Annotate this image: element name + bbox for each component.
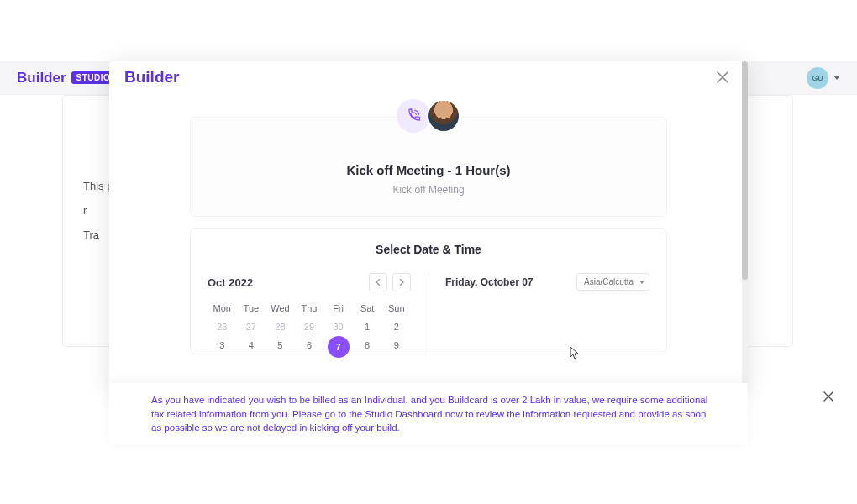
calendar-panel: Oct 2022 MonTueWedThuFriSatSun26272829 — [191, 273, 428, 354]
chevron-down-icon — [639, 281, 644, 284]
contact-avatar — [427, 99, 460, 133]
timezone-select[interactable]: Asia/Calcutta — [576, 273, 649, 291]
calendar-day[interactable]: 1 — [353, 322, 382, 332]
calendar-day[interactable]: 9 — [381, 340, 411, 354]
calendar-day[interactable]: 4 — [237, 340, 266, 354]
calendar-day: 29 — [295, 322, 324, 332]
meeting-subtitle: Kick off Meeting — [208, 184, 649, 196]
timezone-value: Asia/Calcutta — [584, 277, 634, 286]
scrollbar-track[interactable] — [742, 61, 748, 389]
close-icon[interactable] — [712, 67, 733, 87]
month-label: Oct 2022 — [208, 276, 253, 289]
calendar-day[interactable]: 8 — [353, 340, 382, 354]
schedule-modal: Builder Kick off Meeting - 1 — [109, 61, 748, 389]
calendar-day-selected[interactable]: 7 — [328, 336, 350, 358]
chevron-down-icon — [833, 76, 840, 80]
datetime-card: Select Date & Time Oct 2022 — [190, 228, 667, 354]
avatar: GU — [807, 67, 828, 89]
calendar-day[interactable]: 5 — [266, 340, 295, 354]
brand-logo: Builder STUDIO — [17, 70, 115, 87]
time-panel: Friday, October 07 Asia/Calcutta — [428, 273, 666, 354]
close-icon[interactable] — [820, 388, 837, 405]
calendar-day[interactable]: 2 — [381, 322, 411, 332]
weekday-header: Sun — [381, 303, 411, 313]
selected-date-label: Friday, October 07 — [445, 276, 533, 288]
calendar-grid: MonTueWedThuFriSatSun2627282930123456789 — [208, 303, 411, 354]
brand-name: Builder — [17, 70, 66, 87]
phone-icon — [397, 99, 430, 133]
weekday-header: Thu — [295, 303, 324, 313]
weekday-header: Tue — [237, 303, 266, 313]
calendar-day: 27 — [237, 322, 266, 332]
meeting-summary-card: Kick off Meeting - 1 Hour(s) Kick off Me… — [190, 117, 667, 217]
scrollbar-thumb[interactable] — [742, 61, 748, 280]
notice-text: As you have indicated you wish to be bil… — [151, 393, 714, 435]
calendar-day[interactable]: 6 — [295, 340, 324, 354]
meeting-title: Kick off Meeting - 1 Hour(s) — [208, 163, 649, 177]
calendar-day[interactable]: 3 — [208, 340, 237, 354]
next-month-button[interactable] — [392, 273, 411, 291]
datetime-heading: Select Date & Time — [191, 229, 666, 273]
modal-brand: Builder — [124, 68, 179, 87]
account-menu[interactable]: GU — [807, 67, 840, 89]
calendar-day: 26 — [208, 322, 237, 332]
calendar-day: 28 — [266, 322, 295, 332]
weekday-header: Mon — [208, 303, 237, 313]
calendar-day: 30 — [323, 322, 353, 332]
tax-notice-banner: As you have indicated you wish to be bil… — [109, 383, 748, 445]
weekday-header: Fri — [323, 303, 353, 313]
prev-month-button[interactable] — [369, 273, 387, 291]
weekday-header: Sat — [353, 303, 382, 313]
weekday-header: Wed — [266, 303, 295, 313]
